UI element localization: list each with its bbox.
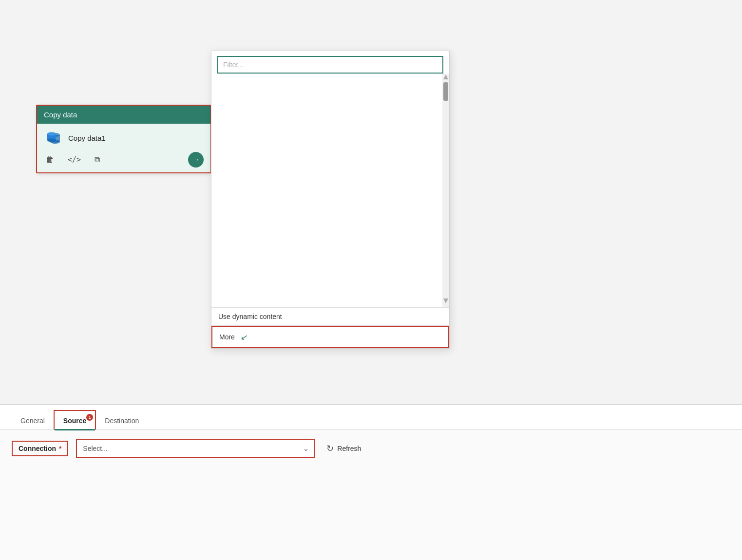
tab-destination[interactable]: Destination [96, 411, 148, 429]
select-container: Select... ⌄ [76, 439, 315, 458]
dropdown-list-area[interactable] [211, 74, 449, 307]
tab-destination-label: Destination [105, 417, 139, 425]
connection-label-text: Connection [19, 445, 56, 452]
navigate-button[interactable]: → [188, 152, 204, 168]
connection-label: Connection * [12, 441, 68, 456]
copy-button[interactable]: ⧉ [93, 153, 102, 166]
option-dynamic-content[interactable]: Use dynamic content [211, 308, 449, 325]
scrollbar-down-arrow[interactable] [443, 299, 448, 303]
refresh-label: Refresh [337, 445, 361, 452]
code-button[interactable]: </> [66, 153, 83, 166]
scrollbar-thumb[interactable] [443, 82, 448, 101]
required-star: * [59, 445, 61, 452]
tab-general-label: General [20, 417, 45, 425]
connection-select[interactable]: Select... [76, 439, 315, 458]
arrow-icon: → [192, 155, 200, 164]
option-more-label: More [219, 333, 235, 341]
tabs-area: General Source 1 Destination Connection … [0, 404, 742, 560]
tab-source-badge: 1 [86, 414, 93, 421]
connection-row: Connection * Select... ⌄ ↻ Refresh [0, 430, 742, 467]
dropdown-panel: Use dynamic content More ↙ [211, 51, 450, 349]
card-item-title: Copy data1 [68, 134, 106, 142]
delete-icon: 🗑 [46, 155, 54, 165]
copy-data-icon [44, 129, 62, 147]
copy-icon: ⧉ [95, 155, 100, 164]
main-canvas: Copy data Copy data1 [0, 0, 742, 560]
card-header: Copy data [37, 106, 210, 124]
delete-button[interactable]: 🗑 [44, 153, 56, 167]
card-body: Copy data1 [37, 124, 210, 149]
option-more[interactable]: More ↙ [211, 326, 449, 348]
code-icon: </> [68, 155, 81, 164]
option-dynamic-content-label: Use dynamic content [218, 313, 282, 320]
card-actions: 🗑 </> ⧉ → [37, 149, 210, 172]
filter-input[interactable] [217, 56, 443, 74]
svg-point-5 [47, 139, 56, 142]
svg-point-6 [47, 132, 56, 136]
tab-general[interactable]: General [12, 411, 54, 429]
scrollbar-track[interactable] [442, 74, 449, 307]
card-header-title: Copy data [44, 111, 77, 119]
filter-input-wrap [211, 51, 449, 74]
connection-select-wrap: Select... ⌄ [76, 439, 315, 458]
tabs-row: General Source 1 Destination [0, 405, 742, 430]
scrollbar-up-arrow[interactable] [443, 75, 448, 79]
tab-source[interactable]: Source 1 [54, 410, 96, 429]
tab-source-label: Source [63, 417, 86, 425]
refresh-icon: ↻ [326, 443, 334, 454]
refresh-button[interactable]: ↻ Refresh [323, 440, 365, 457]
more-arrow-icon: ↙ [240, 331, 249, 343]
copy-data-card: Copy data Copy data1 [36, 105, 211, 173]
